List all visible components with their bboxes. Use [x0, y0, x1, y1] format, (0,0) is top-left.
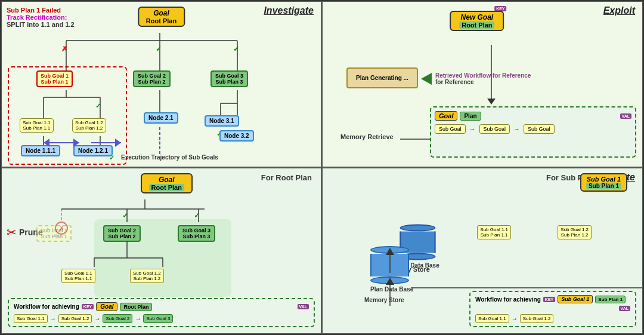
ref-goal: Goal — [435, 111, 457, 121]
workflow-root-label: Workflow for achieving — [14, 303, 79, 310]
svg-marker-33 — [487, 99, 496, 105]
sub-goal-1-2: Sub Goal 1.2 Sub Plan 1.2 — [72, 118, 106, 133]
val-tag-exploit: VAL — [620, 113, 631, 119]
consolidate-right-quadrant: Consolidate Plan Data Base Memory Store … — [322, 168, 643, 334]
workflow-root-goal: Goal — [96, 302, 117, 311]
plan-generating: Plan Generating ... — [356, 75, 408, 81]
exploit-subgoal-1: Sub Goal — [435, 124, 466, 134]
workflow-sub-val: VAL — [619, 306, 630, 311]
consolidate-sg11: Sub Goal 1.1 Sub Plan 1.1 — [61, 269, 95, 283]
consolidate-sub1-plan: Sub Plan 1 — [586, 183, 621, 189]
sub-goal-1: Sub Goal 1 Sub Plan 1 — [36, 70, 73, 87]
svg-text:✗: ✗ — [61, 45, 67, 53]
consolidate-root-goal: Goal — [149, 176, 184, 184]
consolidate-left-quadrant: For Root Plan Goal Root Plan ✂ Prune Sub… — [1, 168, 322, 334]
execution-label: Execution Trajectory of Sub Goals — [121, 154, 218, 161]
consolidate-sub1-goal: Sub Goal 1 — [586, 176, 621, 183]
root-plan: Root Plan — [146, 17, 177, 24]
wf-sub-node-2: Sub Goal 1.2 — [520, 314, 554, 323]
consolidate-root-plan: Root Plan — [149, 184, 184, 191]
retrieved-arrow — [421, 73, 432, 85]
workflow-sub-label: Workflow for achieving — [475, 296, 541, 303]
wf-node-3: Sub Goal 2 — [103, 314, 132, 323]
fail-text: Sub Plan 1 Failed — [7, 7, 75, 14]
wf-node-1: Sub Goal 1.1 — [14, 314, 48, 323]
wf-node-4: Sub Goal 3 — [143, 314, 173, 323]
svg-text:✓: ✓ — [233, 45, 239, 53]
investigate-title: Investigate — [264, 5, 314, 16]
exploit-subgoal-2: Sub Goal — [479, 124, 510, 134]
consolidate-sg12: Sub Goal 1.2 Sub Plan 1.2 — [130, 269, 164, 283]
node-1-1-1: Node 1.1.1 — [21, 145, 60, 156]
db-label: Plan Data Base — [370, 286, 413, 293]
workflow-root-val: VAL — [298, 304, 309, 309]
investigate-quadrant: Investigate Sub Plan 1 Failed Track Rect… — [1, 1, 322, 168]
svg-text:✓: ✓ — [194, 211, 200, 220]
memory-store-label: Memory Store — [364, 297, 404, 303]
workflow-root-plan: Root Plan — [120, 303, 152, 311]
node-3-1: Node 3.1 — [205, 115, 239, 127]
exploit-subgoal-3: Sub Goal — [524, 124, 555, 134]
ref-plan: Plan — [460, 112, 481, 121]
node-2-1: Node 2.1 — [144, 112, 178, 124]
prune-icon: ✂ — [7, 225, 17, 239]
exploit-quadrant: Exploit New Goal Root Plan KEY Plan Gene… — [322, 1, 643, 168]
right-sg11: Sub Goal 1.1 Sub Plan 1.1 — [477, 225, 511, 239]
new-goal-plan: Root Plan — [459, 21, 494, 29]
workflow-sub-plan: Sub Plan 1 — [595, 296, 626, 303]
sub-goal-3: Sub Goal 3 Sub Plan 3 — [210, 70, 248, 87]
memory-retrieve: Memory Retrieve — [340, 133, 394, 140]
wf-node-2: Sub Goal 1.2 — [58, 314, 92, 323]
consolidate-sg2: Sub Goal 2 Sub Plan 2 — [103, 225, 141, 242]
svg-text:✓: ✓ — [156, 45, 162, 53]
new-goal: New Goal — [459, 13, 494, 21]
right-sg12: Sub Goal 1.2 Sub Plan 1.2 — [558, 225, 592, 239]
pruned-sub-goal: Sub Goal 1 Sub Plan 1 — [36, 225, 72, 242]
svg-text:✓: ✓ — [122, 211, 128, 220]
node-3-2: Node 3.2 — [219, 130, 254, 142]
exploit-title: Exploit — [603, 5, 635, 16]
root-goal: Goal — [146, 9, 177, 17]
sub-goal-2: Sub Goal 2 Sub Plan 2 — [133, 70, 171, 87]
wf-sub-node-1: Sub Goal 1.1 — [475, 314, 509, 323]
node-1-2-1: Node 1.2.1 — [73, 145, 113, 156]
for-root-label: For Root Plan — [261, 173, 312, 182]
sub-goal-1-1: Sub Goal 1.1 Sub Plan 1.1 — [20, 118, 54, 133]
workflow-sub-key: KEY — [543, 297, 555, 302]
workflow-root-key: KEY — [82, 304, 94, 309]
consolidate-sg3: Sub Goal 3 Sub Plan 3 — [178, 225, 215, 242]
key-tag-exploit: KEY — [494, 6, 506, 11]
workflow-sub-goal: Sub Goal 1 — [558, 295, 593, 303]
track-text: Track Rectification: — [7, 14, 75, 21]
retrieved-workflow-label: Retrieved Workflow for Reference for Ref… — [435, 72, 531, 85]
split-text: SPLIT into 1.1 and 1.2 — [7, 21, 75, 28]
